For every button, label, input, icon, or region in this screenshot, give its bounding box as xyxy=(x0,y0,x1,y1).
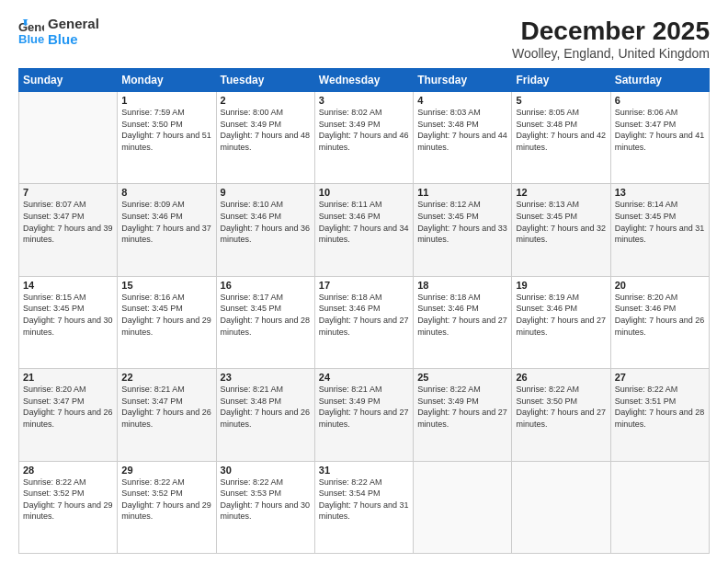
cell-info: Sunrise: 8:21 AMSunset: 3:47 PMDaylight:… xyxy=(121,384,211,430)
calendar-cell xyxy=(512,461,610,553)
day-number: 25 xyxy=(417,372,507,383)
subtitle: Woolley, England, United Kingdom xyxy=(512,46,710,61)
day-number: 15 xyxy=(121,280,211,291)
header-row: SundayMondayTuesdayWednesdayThursdayFrid… xyxy=(19,69,710,92)
day-number: 1 xyxy=(121,95,211,106)
cell-info: Sunrise: 8:05 AMSunset: 3:48 PMDaylight:… xyxy=(516,107,606,153)
cell-info: Sunrise: 8:00 AMSunset: 3:49 PMDaylight:… xyxy=(221,107,311,153)
calendar-cell: 9Sunrise: 8:10 AMSunset: 3:46 PMDaylight… xyxy=(216,184,314,276)
calendar-week-0: 1Sunrise: 7:59 AMSunset: 3:50 PMDaylight… xyxy=(19,92,710,184)
cell-info: Sunrise: 8:22 AMSunset: 3:49 PMDaylight:… xyxy=(417,384,507,430)
day-number: 11 xyxy=(417,187,507,198)
calendar-week-3: 21Sunrise: 8:20 AMSunset: 3:47 PMDayligh… xyxy=(19,369,710,461)
calendar-cell: 22Sunrise: 8:21 AMSunset: 3:47 PMDayligh… xyxy=(118,369,216,461)
calendar-cell: 23Sunrise: 8:21 AMSunset: 3:48 PMDayligh… xyxy=(216,369,314,461)
header-day-thursday: Thursday xyxy=(414,69,512,92)
calendar-cell xyxy=(19,92,118,184)
cell-info: Sunrise: 8:15 AMSunset: 3:45 PMDaylight:… xyxy=(23,292,113,338)
day-number: 21 xyxy=(23,372,113,383)
page: General Blue General Blue December 2025 … xyxy=(0,0,728,563)
day-number: 30 xyxy=(221,465,311,476)
day-number: 22 xyxy=(121,372,211,383)
day-number: 17 xyxy=(319,280,409,291)
cell-info: Sunrise: 8:13 AMSunset: 3:45 PMDaylight:… xyxy=(516,199,606,245)
calendar-cell: 7Sunrise: 8:07 AMSunset: 3:47 PMDaylight… xyxy=(19,184,118,276)
svg-text:Blue: Blue xyxy=(18,32,44,45)
calendar-cell: 20Sunrise: 8:20 AMSunset: 3:46 PMDayligh… xyxy=(610,276,709,368)
cell-info: Sunrise: 8:06 AMSunset: 3:47 PMDaylight:… xyxy=(615,107,705,153)
day-number: 4 xyxy=(417,95,507,106)
logo-icon: General Blue xyxy=(18,19,44,45)
calendar-cell xyxy=(414,461,512,553)
cell-info: Sunrise: 8:18 AMSunset: 3:46 PMDaylight:… xyxy=(417,292,507,338)
day-number: 5 xyxy=(516,95,606,106)
calendar-cell: 29Sunrise: 8:22 AMSunset: 3:52 PMDayligh… xyxy=(118,461,216,553)
cell-info: Sunrise: 8:20 AMSunset: 3:46 PMDaylight:… xyxy=(615,292,705,338)
cell-info: Sunrise: 8:21 AMSunset: 3:48 PMDaylight:… xyxy=(221,384,311,430)
cell-info: Sunrise: 8:16 AMSunset: 3:45 PMDaylight:… xyxy=(121,292,211,338)
logo-line1: General xyxy=(48,17,99,32)
day-number: 12 xyxy=(516,187,606,198)
cell-info: Sunrise: 8:09 AMSunset: 3:46 PMDaylight:… xyxy=(121,199,211,245)
calendar-cell: 25Sunrise: 8:22 AMSunset: 3:49 PMDayligh… xyxy=(414,369,512,461)
cell-info: Sunrise: 8:22 AMSunset: 3:51 PMDaylight:… xyxy=(615,384,705,430)
header-day-sunday: Sunday xyxy=(19,69,118,92)
day-number: 26 xyxy=(516,372,606,383)
day-number: 19 xyxy=(516,280,606,291)
calendar-cell: 26Sunrise: 8:22 AMSunset: 3:50 PMDayligh… xyxy=(512,369,610,461)
calendar-header: SundayMondayTuesdayWednesdayThursdayFrid… xyxy=(19,69,710,92)
cell-info: Sunrise: 8:02 AMSunset: 3:49 PMDaylight:… xyxy=(319,107,409,153)
logo-line2: Blue xyxy=(48,32,99,48)
calendar-cell: 21Sunrise: 8:20 AMSunset: 3:47 PMDayligh… xyxy=(19,369,118,461)
cell-info: Sunrise: 8:11 AMSunset: 3:46 PMDaylight:… xyxy=(319,199,409,245)
logo: General Blue General Blue xyxy=(18,17,99,47)
calendar-cell: 27Sunrise: 8:22 AMSunset: 3:51 PMDayligh… xyxy=(610,369,709,461)
calendar-cell: 12Sunrise: 8:13 AMSunset: 3:45 PMDayligh… xyxy=(512,184,610,276)
header: General Blue General Blue December 2025 … xyxy=(18,17,710,61)
cell-info: Sunrise: 8:10 AMSunset: 3:46 PMDaylight:… xyxy=(221,199,311,245)
cell-info: Sunrise: 7:59 AMSunset: 3:50 PMDaylight:… xyxy=(121,107,211,153)
day-number: 2 xyxy=(221,95,311,106)
cell-info: Sunrise: 8:22 AMSunset: 3:52 PMDaylight:… xyxy=(23,477,113,523)
cell-info: Sunrise: 8:07 AMSunset: 3:47 PMDaylight:… xyxy=(23,199,113,245)
day-number: 31 xyxy=(319,465,409,476)
day-number: 3 xyxy=(319,95,409,106)
day-number: 20 xyxy=(615,280,705,291)
calendar-cell: 6Sunrise: 8:06 AMSunset: 3:47 PMDaylight… xyxy=(610,92,709,184)
calendar-cell: 16Sunrise: 8:17 AMSunset: 3:45 PMDayligh… xyxy=(216,276,314,368)
cell-info: Sunrise: 8:20 AMSunset: 3:47 PMDaylight:… xyxy=(23,384,113,430)
cell-info: Sunrise: 8:18 AMSunset: 3:46 PMDaylight:… xyxy=(319,292,409,338)
calendar-cell: 8Sunrise: 8:09 AMSunset: 3:46 PMDaylight… xyxy=(118,184,216,276)
day-number: 16 xyxy=(221,280,311,291)
calendar-week-4: 28Sunrise: 8:22 AMSunset: 3:52 PMDayligh… xyxy=(19,461,710,553)
logo-text: General Blue xyxy=(48,17,99,47)
header-day-wednesday: Wednesday xyxy=(314,69,413,92)
calendar-cell: 28Sunrise: 8:22 AMSunset: 3:52 PMDayligh… xyxy=(19,461,118,553)
cell-info: Sunrise: 8:22 AMSunset: 3:52 PMDaylight:… xyxy=(121,477,211,523)
day-number: 13 xyxy=(615,187,705,198)
calendar-cell: 11Sunrise: 8:12 AMSunset: 3:45 PMDayligh… xyxy=(414,184,512,276)
cell-info: Sunrise: 8:12 AMSunset: 3:45 PMDaylight:… xyxy=(417,199,507,245)
calendar-cell xyxy=(610,461,709,553)
calendar-cell: 24Sunrise: 8:21 AMSunset: 3:49 PMDayligh… xyxy=(314,369,413,461)
calendar-cell: 30Sunrise: 8:22 AMSunset: 3:53 PMDayligh… xyxy=(216,461,314,553)
cell-info: Sunrise: 8:22 AMSunset: 3:54 PMDaylight:… xyxy=(319,477,409,523)
calendar-cell: 1Sunrise: 7:59 AMSunset: 3:50 PMDaylight… xyxy=(118,92,216,184)
cell-info: Sunrise: 8:22 AMSunset: 3:53 PMDaylight:… xyxy=(221,477,311,523)
calendar-table: SundayMondayTuesdayWednesdayThursdayFrid… xyxy=(18,68,710,554)
calendar-body: 1Sunrise: 7:59 AMSunset: 3:50 PMDaylight… xyxy=(19,92,710,554)
cell-info: Sunrise: 8:17 AMSunset: 3:45 PMDaylight:… xyxy=(221,292,311,338)
calendar-cell: 4Sunrise: 8:03 AMSunset: 3:48 PMDaylight… xyxy=(414,92,512,184)
calendar-cell: 2Sunrise: 8:00 AMSunset: 3:49 PMDaylight… xyxy=(216,92,314,184)
calendar-cell: 17Sunrise: 8:18 AMSunset: 3:46 PMDayligh… xyxy=(314,276,413,368)
calendar-cell: 19Sunrise: 8:19 AMSunset: 3:46 PMDayligh… xyxy=(512,276,610,368)
calendar-cell: 15Sunrise: 8:16 AMSunset: 3:45 PMDayligh… xyxy=(118,276,216,368)
day-number: 8 xyxy=(121,187,211,198)
calendar-cell: 14Sunrise: 8:15 AMSunset: 3:45 PMDayligh… xyxy=(19,276,118,368)
header-day-tuesday: Tuesday xyxy=(216,69,314,92)
day-number: 10 xyxy=(319,187,409,198)
day-number: 23 xyxy=(221,372,311,383)
day-number: 9 xyxy=(221,187,311,198)
cell-info: Sunrise: 8:19 AMSunset: 3:46 PMDaylight:… xyxy=(516,292,606,338)
day-number: 7 xyxy=(23,187,113,198)
